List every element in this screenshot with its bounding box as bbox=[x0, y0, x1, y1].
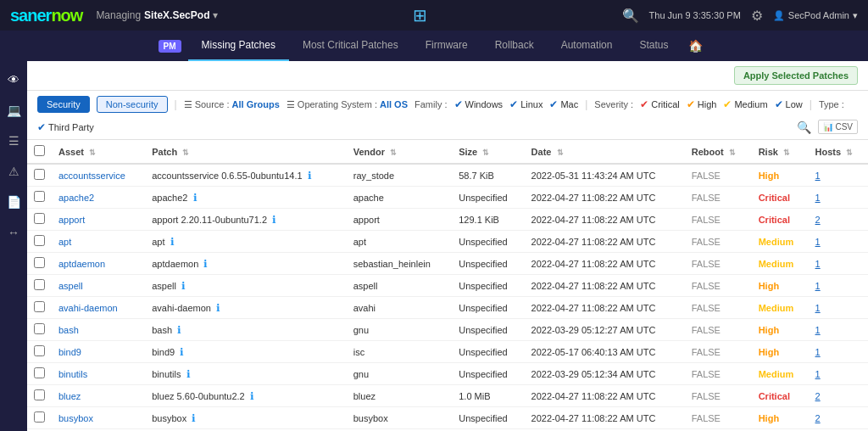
asset-link[interactable]: apport bbox=[58, 215, 85, 225]
patch-info-icon[interactable]: ℹ bbox=[272, 214, 276, 226]
nav-most-critical-patches[interactable]: Most Critical Patches bbox=[289, 31, 412, 61]
asset-link[interactable]: apt bbox=[58, 237, 71, 247]
asset-link[interactable]: bash bbox=[58, 325, 79, 335]
asset-link[interactable]: bind9 bbox=[58, 347, 81, 357]
vendor-cell: apt bbox=[347, 231, 452, 253]
hosts-link[interactable]: 1 bbox=[815, 347, 821, 357]
nav-status[interactable]: Status bbox=[626, 31, 682, 61]
row-checkbox[interactable] bbox=[34, 323, 45, 334]
row-checkbox[interactable] bbox=[34, 279, 45, 290]
vendor-column-header[interactable]: Vendor ⇅ bbox=[347, 140, 452, 164]
patch-info-icon[interactable]: ℹ bbox=[250, 390, 254, 402]
severity-critical[interactable]: ✔ Critical bbox=[640, 98, 680, 110]
gear-icon[interactable]: ⚙ bbox=[751, 8, 763, 24]
asset-link[interactable]: aspell bbox=[58, 281, 83, 291]
hosts-link[interactable]: 2 bbox=[815, 391, 821, 401]
family-mac[interactable]: ✔ Mac bbox=[549, 98, 578, 110]
date-cell: 2022-04-27 11:08:22 AM UTC bbox=[525, 407, 685, 429]
apply-selected-patches-button[interactable]: Apply Selected Patches bbox=[734, 66, 858, 85]
severity-medium[interactable]: ✔ Medium bbox=[723, 98, 767, 110]
table-row: apt apt ℹ apt Unspecified 2022-04-27 11:… bbox=[27, 231, 868, 253]
table-row: bluez bluez 5.60-0ubuntu2.2 ℹ bluez 1.0 … bbox=[27, 385, 868, 407]
select-all-checkbox[interactable] bbox=[34, 145, 45, 156]
patch-info-icon[interactable]: ℹ bbox=[181, 280, 186, 292]
asset-cell: bind9 bbox=[52, 341, 145, 363]
patch-cell: aspell ℹ bbox=[145, 275, 347, 297]
hosts-link[interactable]: 1 bbox=[815, 171, 821, 181]
security-tab[interactable]: Security bbox=[37, 96, 90, 113]
search-icon[interactable]: 🔍 bbox=[622, 8, 639, 24]
date-column-header[interactable]: Date ⇅ bbox=[525, 140, 685, 164]
table-body: accountsservice accountsservice 0.6.55-0… bbox=[27, 164, 868, 431]
source-value[interactable]: All Groups bbox=[232, 99, 280, 109]
sidebar-list-icon[interactable]: ☰ bbox=[2, 129, 25, 153]
asset-link[interactable]: busybox bbox=[58, 413, 93, 423]
asset-link[interactable]: avahi-daemon bbox=[58, 303, 118, 313]
risk-cell: Medium bbox=[752, 253, 809, 275]
reboot-column-header[interactable]: Reboot ⇅ bbox=[685, 140, 752, 164]
nav-firmware[interactable]: Firmware bbox=[412, 31, 481, 61]
patch-info-icon[interactable]: ℹ bbox=[308, 170, 312, 182]
patch-info-icon[interactable]: ℹ bbox=[192, 412, 196, 424]
user-menu[interactable]: 👤 SecPod Admin ▾ bbox=[773, 10, 858, 21]
nav-missing-patches[interactable]: Missing Patches bbox=[188, 31, 289, 61]
patch-info-icon[interactable]: ℹ bbox=[177, 324, 181, 336]
os-value[interactable]: All OS bbox=[380, 99, 408, 109]
row-checkbox[interactable] bbox=[34, 257, 45, 268]
sidebar-doc-icon[interactable]: 📄 bbox=[2, 190, 25, 214]
row-checkbox[interactable] bbox=[34, 235, 45, 246]
hosts-link[interactable]: 1 bbox=[815, 193, 821, 203]
sidebar-transfer-icon[interactable]: ↔ bbox=[2, 221, 25, 244]
size-column-header[interactable]: Size ⇅ bbox=[452, 140, 524, 164]
severity-low[interactable]: ✔ Low bbox=[775, 98, 803, 110]
nav-home[interactable]: 🏠 bbox=[682, 39, 709, 53]
patch-info-icon[interactable]: ℹ bbox=[203, 258, 208, 270]
type-third-party[interactable]: ✔ Third Party bbox=[37, 121, 94, 133]
nav-automation[interactable]: Automation bbox=[548, 31, 626, 61]
row-checkbox[interactable] bbox=[34, 191, 45, 202]
patch-info-icon[interactable]: ℹ bbox=[193, 192, 198, 204]
sidebar-alert-icon[interactable]: ⚠ bbox=[2, 160, 25, 183]
hosts-link[interactable]: 1 bbox=[815, 237, 821, 247]
patch-info-icon[interactable]: ℹ bbox=[170, 236, 175, 248]
asset-link[interactable]: apache2 bbox=[58, 193, 94, 203]
row-checkbox[interactable] bbox=[34, 367, 45, 378]
csv-export-button[interactable]: 📊 CSV bbox=[818, 120, 858, 134]
hosts-link[interactable]: 2 bbox=[815, 215, 821, 225]
patch-info-icon[interactable]: ℹ bbox=[180, 346, 184, 358]
risk-cell: High bbox=[752, 407, 809, 429]
patch-info-icon[interactable]: ℹ bbox=[186, 368, 191, 380]
nav-rollback[interactable]: Rollback bbox=[481, 31, 548, 61]
patch-column-header[interactable]: Patch ⇅ bbox=[145, 140, 347, 164]
asset-link[interactable]: aptdaemon bbox=[58, 259, 105, 269]
dropdown-icon[interactable]: ▾ bbox=[213, 9, 218, 21]
hosts-link[interactable]: 1 bbox=[815, 303, 821, 313]
hosts-link[interactable]: 1 bbox=[815, 259, 821, 269]
row-checkbox[interactable] bbox=[34, 345, 45, 356]
risk-column-header[interactable]: Risk ⇅ bbox=[752, 140, 809, 164]
asset-link[interactable]: accountsservice bbox=[58, 171, 125, 181]
hosts-link[interactable]: 1 bbox=[815, 281, 821, 291]
asset-link[interactable]: bluez bbox=[58, 391, 81, 401]
family-windows[interactable]: ✔ Windows bbox=[454, 98, 504, 110]
row-checkbox[interactable] bbox=[34, 169, 45, 180]
hosts-link[interactable]: 1 bbox=[815, 325, 821, 335]
row-checkbox[interactable] bbox=[34, 301, 45, 312]
asset-column-header[interactable]: Asset ⇅ bbox=[52, 140, 145, 164]
row-checkbox[interactable] bbox=[34, 389, 45, 400]
severity-high[interactable]: ✔ High bbox=[687, 98, 717, 110]
row-checkbox[interactable] bbox=[34, 411, 45, 423]
row-checkbox[interactable] bbox=[34, 213, 45, 224]
sidebar-desktop-icon[interactable]: 💻 bbox=[2, 98, 25, 122]
hosts-link[interactable]: 1 bbox=[815, 369, 821, 379]
sidebar-eye-icon[interactable]: 👁 bbox=[2, 68, 25, 92]
asset-link[interactable]: binutils bbox=[58, 369, 87, 379]
patch-info-icon[interactable]: ℹ bbox=[216, 302, 220, 314]
non-security-tab[interactable]: Non-security bbox=[97, 96, 168, 113]
hosts-link[interactable]: 2 bbox=[815, 413, 821, 423]
table-search-icon[interactable]: 🔍 bbox=[797, 120, 811, 134]
grid-icon[interactable]: ⊞ bbox=[413, 5, 427, 25]
reboot-cell: FALSE bbox=[685, 275, 752, 297]
family-linux[interactable]: ✔ Linux bbox=[509, 98, 542, 110]
hosts-column-header[interactable]: Hosts ⇅ bbox=[809, 140, 868, 164]
